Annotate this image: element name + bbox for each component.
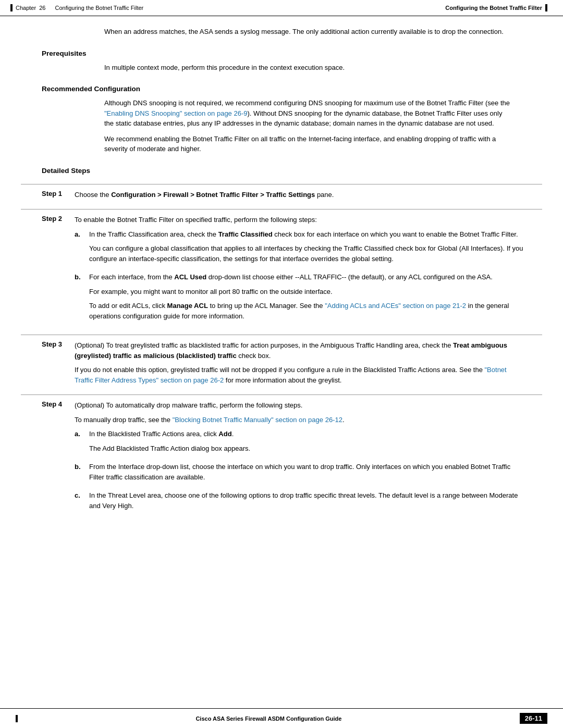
header-bar-left <box>10 4 13 11</box>
table-row: Step 1 Choose the Configuration > Firewa… <box>21 184 542 209</box>
rc-para1-before: Although DNS snooping is not required, w… <box>104 99 510 107</box>
step2b-link[interactable]: "Adding ACLs and ACEs" section on page 2… <box>325 302 466 310</box>
step4-link-before: To manually drop traffic, see the <box>75 416 173 424</box>
header-right-title: Configuring the Botnet Traffic Filter <box>445 5 542 11</box>
header-left: Chapter 26 Configuring the Botnet Traffi… <box>10 4 143 11</box>
step2-sub-a-label: a. <box>75 229 84 268</box>
step2-sub-b: b. For each interface, from the ACL Used… <box>75 272 527 325</box>
step2-intro: To enable the Botnet Traffic Filter on s… <box>75 215 527 225</box>
prerequisites-content: In multiple context mode, perform this p… <box>104 63 511 73</box>
step4-sub-c: c. In the Threat Level area, choose one … <box>75 490 527 515</box>
detailed-steps-heading: Detailed Steps <box>42 167 542 175</box>
step4-link[interactable]: "Blocking Botnet Traffic Manually" secti… <box>173 416 342 424</box>
intro-text: When an address matches, the ASA sends a… <box>104 27 511 37</box>
table-row: Step 4 (Optional) To automatically drop … <box>21 395 542 525</box>
step2-num: Step 2 <box>21 209 69 335</box>
prerequisites-body: In multiple context mode, perform this p… <box>104 63 511 73</box>
step2b-extra2-before: To add or edit ACLs, click <box>89 302 167 310</box>
step4-sub-a-label: a. <box>75 429 84 458</box>
step4-sub-c-label: c. <box>75 490 84 515</box>
recommended-config-para2: We recommend enabling the Botnet Traffic… <box>104 134 511 154</box>
chapter-title: Configuring the Botnet Traffic Filter <box>55 5 144 11</box>
step3-content: (Optional) To treat greylisted traffic a… <box>69 335 542 395</box>
page-footer: Cisco ASA Series Firewall ASDM Configura… <box>0 708 563 728</box>
footer-page-num: 26-11 <box>520 713 547 724</box>
step2b-extra2-after-before-link: to bring up the ACL Manager. See the <box>208 302 325 310</box>
step4-link-after: . <box>342 416 345 424</box>
step2-content: To enable the Botnet Traffic Filter on s… <box>69 209 542 335</box>
step2b-manage-acl: Manage ACL <box>167 302 208 310</box>
step2a-after: check box for each interface on which yo… <box>273 230 518 238</box>
footer-bar <box>16 715 18 722</box>
steps-table: Step 1 Choose the Configuration > Firewa… <box>21 184 542 525</box>
step2b-extra1: For example, you might want to monitor a… <box>89 287 527 297</box>
prerequisites-heading: Prerequisites <box>42 50 542 57</box>
step2b-bold: ACL Used <box>174 273 206 281</box>
step4-sub-a: a. In the Blacklisted Traffic Actions ar… <box>75 429 527 458</box>
step3-extra1-after: for more information about the greylist. <box>224 376 341 384</box>
step1-after: pane. <box>315 191 334 199</box>
chapter-label: Chapter <box>16 5 36 11</box>
step3-intro-after: check box. <box>237 352 271 360</box>
table-row: Step 2 To enable the Botnet Traffic Filt… <box>21 209 542 335</box>
step4a-bold: Add <box>218 430 231 438</box>
step2a-bold: Traffic Classified <box>218 230 273 238</box>
step4-num: Step 4 <box>21 395 69 525</box>
step1-num: Step 1 <box>21 184 69 209</box>
step3-extra1: If you do not enable this option, greyli… <box>75 366 484 374</box>
chapter-num: 26 <box>39 5 45 11</box>
table-row: Step 3 (Optional) To treat greylisted tr… <box>21 335 542 395</box>
recommended-config-content: Although DNS snooping is not required, w… <box>104 98 511 154</box>
step2-sub-b-label: b. <box>75 272 84 325</box>
step4a-before: In the Blacklisted Traffic Actions area,… <box>89 430 218 438</box>
step4-content: (Optional) To automatically drop malware… <box>69 395 542 525</box>
step4a-extra: The Add Blacklisted Traffic Action dialo… <box>89 443 527 454</box>
intro-paragraph: When an address matches, the ASA sends a… <box>104 28 504 35</box>
page-container: Chapter 26 Configuring the Botnet Traffi… <box>0 0 563 728</box>
step2-sub-a: a. In the Traffic Classification area, c… <box>75 229 527 268</box>
step4c-text: In the Threat Level area, choose one of … <box>89 490 527 511</box>
step4-sub-b: b. From the Interface drop-down list, ch… <box>75 462 527 486</box>
step2a-extra: You can configure a global classificatio… <box>89 243 527 264</box>
step2b-after: drop-down list choose either --ALL TRAFF… <box>206 273 493 281</box>
page-header: Chapter 26 Configuring the Botnet Traffi… <box>0 0 563 16</box>
step1-content: Choose the Configuration > Firewall > Bo… <box>69 184 542 209</box>
step3-intro-before: (Optional) To treat greylisted traffic a… <box>75 341 453 349</box>
step2a-before: In the Traffic Classification area, chec… <box>89 230 218 238</box>
step4-sub-b-label: b. <box>75 462 84 486</box>
step4b-text: From the Interface drop-down list, choos… <box>89 462 527 482</box>
step4-intro: (Optional) To automatically drop malware… <box>75 400 527 411</box>
step2b-before: For each interface, from the <box>89 273 174 281</box>
step4a-after: . <box>232 430 234 438</box>
recommended-config-heading: Recommended Configuration <box>42 85 542 93</box>
header-right: Configuring the Botnet Traffic Filter <box>445 4 547 11</box>
header-bar-right <box>545 4 547 11</box>
step1-bold: Configuration > Firewall > Botnet Traffi… <box>111 191 315 199</box>
step3-num: Step 3 <box>21 335 69 395</box>
rc-para1-link[interactable]: "Enabling DNS Snooping" section on page … <box>104 109 247 117</box>
recommended-config-para1: Although DNS snooping is not required, w… <box>104 98 511 129</box>
main-content: When an address matches, the ASA sends a… <box>0 16 563 540</box>
footer-center-text: Cisco ASA Series Firewall ASDM Configura… <box>195 715 341 722</box>
step1-before: Choose the <box>75 191 111 199</box>
